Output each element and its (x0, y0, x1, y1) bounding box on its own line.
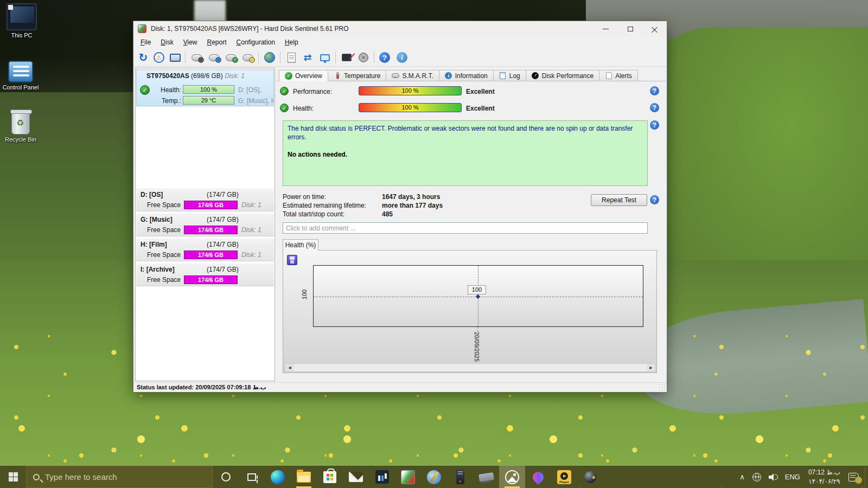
taskbar-app-disk-utility[interactable] (577, 466, 603, 488)
recycle-bin-icon (11, 112, 30, 134)
show-desktop-button[interactable] (865, 466, 868, 488)
desktop-icon-recycle-bin[interactable]: Recycle Bin (0, 112, 41, 143)
partition-name: I: [Archive] (141, 266, 175, 273)
taskbar-app-paint-drop[interactable] (525, 466, 551, 488)
menu-configuration[interactable]: Configuration (232, 37, 280, 48)
status-help-button[interactable]: ? (650, 120, 659, 130)
tray-clock[interactable]: 07:12 ب.ظ ۱۴۰۴/۰۶/۲۹ (804, 468, 845, 485)
toolbar-about-button[interactable]: i (395, 50, 409, 65)
partition-size: (174/7 GB) (207, 191, 239, 198)
health-label: Health: (293, 105, 314, 112)
toolbar-alarm-button[interactable]: ⚠ (152, 50, 166, 65)
toolbar-online-info-button[interactable] (263, 50, 277, 65)
menu-help[interactable]: Help (280, 37, 303, 48)
taskbar-app-mail[interactable] (343, 466, 369, 488)
menu-disk[interactable]: Disk (156, 37, 178, 48)
toolbar-scheduled-test-button[interactable] (207, 50, 221, 65)
tab-log[interactable]: Log (493, 70, 526, 81)
tray-volume-button[interactable] (765, 466, 781, 488)
titlebar[interactable]: Disk: 1, ST9750420AS [6WS26WRY] - Hard D… (133, 21, 667, 36)
start-button[interactable] (0, 466, 26, 488)
chart-horizontal-scrollbar[interactable]: ◄ ► (285, 363, 656, 372)
tab-disk-performance[interactable]: Disk Performance (526, 70, 599, 81)
toolbar-send-report-button[interactable]: ⇄ (301, 50, 315, 65)
disk-status-action: No actions needed. (288, 150, 643, 159)
toolbar-separator (185, 52, 186, 63)
toolbar-refresh-button[interactable]: ↻ (136, 50, 150, 65)
taskbar-app-pc-tower[interactable] (447, 466, 473, 488)
partition-row-i[interactable]: I: [Archive] (174/7 GB) Free Space 174/6… (136, 263, 274, 286)
tab-alerts[interactable]: Alerts (599, 70, 638, 81)
control-panel-icon (8, 61, 33, 82)
menu-view[interactable]: View (178, 37, 202, 48)
cortana-button[interactable] (213, 466, 239, 488)
taskbar-app-photos[interactable] (499, 466, 525, 488)
tab-temperature[interactable]: Temperature (328, 70, 386, 81)
partition-disk: Disk: 1 (241, 251, 261, 259)
toolbar-disk-test-button[interactable] (190, 50, 204, 65)
disk-size: (698/6 GB) (191, 72, 223, 80)
scroll-left-arrow[interactable]: ◄ (285, 364, 294, 371)
search-input[interactable] (45, 472, 186, 481)
tray-expand-chevron[interactable]: ∧ (736, 466, 749, 488)
notification-badge (855, 477, 862, 484)
taskbar-app-edge[interactable] (265, 466, 291, 488)
maximize-icon (628, 27, 633, 31)
partition-row-h[interactable]: H: [Film] (174/7 GB) Free Space 174/6 GB… (136, 238, 274, 261)
disk-status-text: The hard disk status is PERFECT. Problem… (288, 124, 643, 142)
network-monitor-icon (320, 54, 330, 61)
action-center-button[interactable] (845, 466, 863, 488)
repeat-test-button[interactable]: Repeat Test (591, 194, 647, 206)
tray-language-indicator[interactable]: ENG (781, 466, 804, 488)
menu-report[interactable]: Report (202, 37, 232, 48)
toolbar-help-button[interactable]: ? (378, 50, 392, 65)
toolbar-quick-test-button[interactable]: ✓ (224, 50, 238, 65)
toolbar-disk-button[interactable] (168, 50, 182, 65)
hard-disk-sentinel-icon (401, 470, 415, 484)
taskbar-apps: Player (265, 466, 603, 488)
media-player-icon: Player (557, 470, 571, 484)
tab-smart[interactable]: S.M.A.R.T. (386, 70, 439, 81)
performance-help-button[interactable]: ? (650, 86, 659, 95)
comment-input[interactable] (283, 222, 648, 234)
resize-grip[interactable] (658, 383, 666, 391)
desktop-icon-control-panel[interactable]: Control Panel (0, 61, 41, 91)
partition-row-g[interactable]: G: [Music] (174/7 GB) Free Space 174/6 G… (136, 213, 274, 236)
toolbar-report-button[interactable] (284, 50, 298, 65)
tray-network-button[interactable] (749, 466, 765, 488)
taskbar-search[interactable] (26, 466, 213, 488)
health-help-button[interactable]: ? (650, 103, 659, 112)
partition-size: (174/7 GB) (207, 266, 239, 273)
health-chart-tab[interactable]: Health (%) (283, 239, 318, 251)
toolbar-acoustic-button[interactable] (356, 50, 371, 65)
partition-row-d[interactable]: D: [OS] (174/7 GB) Free Space 174/6 GB D… (136, 188, 274, 211)
temp-mini-bar: 29 °C (183, 96, 234, 105)
scroll-right-arrow[interactable]: ► (647, 364, 655, 371)
taskbar-app-cpu-monitor[interactable] (369, 466, 395, 488)
taskbar-app-store[interactable] (317, 466, 343, 488)
power-on-value: 1647 days, 3 hours (382, 193, 440, 201)
alarm-settings-icon: ⚠ (154, 52, 164, 63)
taskbar-app-disc-burner[interactable] (421, 466, 447, 488)
minimize-button[interactable] (593, 21, 618, 36)
tab-overview[interactable]: ✓ Overview (279, 70, 328, 81)
task-view-button[interactable] (239, 466, 265, 488)
this-pc-icon (7, 3, 37, 30)
taskbar-app-file-explorer[interactable] (291, 466, 317, 488)
toolbar-surface-test-button[interactable] (241, 50, 255, 65)
free-space-label: Free Space (147, 226, 181, 234)
maximize-button[interactable] (618, 21, 642, 36)
save-chart-button[interactable] (287, 255, 297, 265)
power-on-label: Power on time: (283, 193, 326, 201)
repeat-test-help-button[interactable]: ? (650, 195, 659, 204)
tab-information[interactable]: i Information (439, 70, 494, 81)
desktop-icon-this-pc[interactable]: This PC (1, 3, 42, 38)
taskbar-app-hard-disk-sentinel[interactable] (395, 466, 421, 488)
taskbar-app-media-player[interactable]: Player (551, 466, 577, 488)
menu-file[interactable]: File (136, 37, 156, 48)
taskbar-app-hardware-card[interactable] (473, 466, 499, 488)
disk-entry-selected[interactable]: ST9750420AS (698/6 GB) Disk: 1 ✓ Health:… (136, 69, 274, 106)
toolbar-remote-display-button[interactable] (340, 50, 354, 65)
close-button[interactable] (642, 21, 667, 36)
toolbar-network-button[interactable] (318, 50, 332, 65)
